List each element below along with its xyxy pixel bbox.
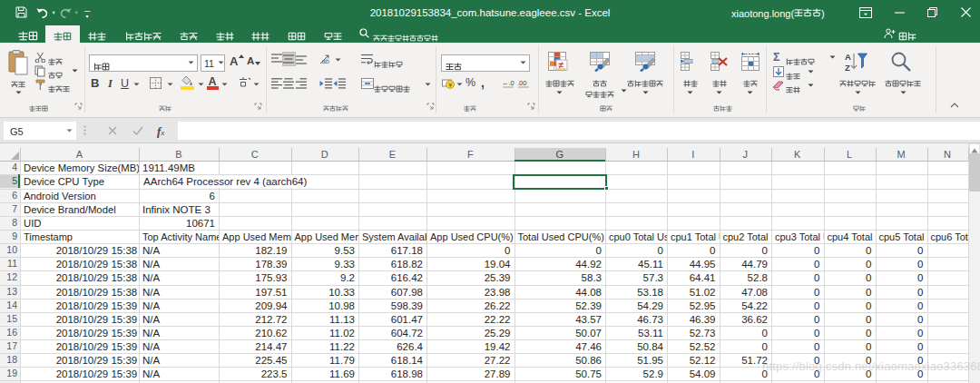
svg-text:A: A <box>845 52 851 62</box>
svg-text:←.0: ←.0 <box>502 79 514 87</box>
svg-text:ab: ab <box>322 58 329 64</box>
svg-text:.00: .00 <box>517 79 526 87</box>
svg-text:¥: ¥ <box>447 81 453 89</box>
svg-text:Z: Z <box>845 63 850 73</box>
